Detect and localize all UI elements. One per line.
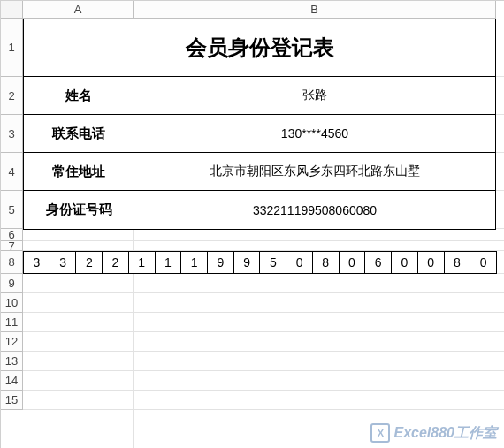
digit-cell[interactable]: 0 [340, 252, 366, 273]
gridline-row [23, 332, 504, 352]
row-header-9[interactable]: 9 [1, 274, 23, 293]
gridline-row [23, 293, 504, 313]
gridline-row [23, 274, 504, 293]
label-name: 姓名 [24, 77, 134, 114]
row-header-3[interactable]: 3 [1, 115, 23, 153]
digit-cell[interactable]: 1 [129, 252, 156, 273]
gridline-row [23, 241, 504, 251]
row-header-14[interactable]: 14 [1, 371, 23, 391]
digit-cell[interactable]: 2 [103, 252, 129, 273]
form-row-phone: 联系电话 130****4560 [24, 115, 495, 153]
value-address[interactable]: 北京市朝阳区东风乡东四环北路东山墅 [134, 153, 495, 190]
gridline-row [23, 371, 504, 391]
row-header-2[interactable]: 2 [1, 77, 23, 115]
column-header-A[interactable]: A [23, 1, 134, 19]
select-all-corner[interactable] [1, 1, 23, 19]
digit-cell[interactable]: 9 [234, 252, 261, 273]
member-form: 会员身份登记表 姓名 张路 联系电话 130****4560 常住地址 北京市朝… [23, 19, 496, 230]
digit-cell[interactable]: 3 [24, 252, 50, 273]
column-headers: A B [1, 1, 504, 19]
row-headers: 123456789101112131415 [1, 19, 23, 410]
column-header-B[interactable]: B [134, 1, 496, 19]
digit-cell[interactable]: 5 [260, 252, 286, 273]
row-header-1[interactable]: 1 [1, 19, 23, 77]
row-header-11[interactable]: 11 [1, 313, 23, 332]
gridline-row [23, 313, 504, 332]
digit-cell[interactable]: 1 [156, 252, 182, 273]
digit-cell[interactable]: 0 [418, 252, 445, 273]
row-header-13[interactable]: 13 [1, 352, 23, 371]
value-name[interactable]: 张路 [134, 77, 495, 114]
digit-cell[interactable]: 6 [365, 252, 392, 273]
gridline-row [23, 391, 504, 410]
value-id[interactable]: 332211199508060080 [134, 191, 495, 229]
digit-cell[interactable]: 1 [181, 252, 208, 273]
row-header-5[interactable]: 5 [1, 191, 23, 229]
digit-cell[interactable]: 0 [286, 252, 313, 273]
gridline-row [23, 229, 504, 241]
value-phone[interactable]: 130****4560 [134, 115, 495, 152]
label-address: 常住地址 [24, 153, 134, 190]
digit-cell[interactable]: 3 [50, 252, 77, 273]
row-header-12[interactable]: 12 [1, 332, 23, 352]
row-header-8[interactable]: 8 [1, 251, 23, 274]
form-row-address: 常住地址 北京市朝阳区东风乡东四环北路东山墅 [24, 153, 495, 191]
label-id: 身份证号码 [24, 191, 134, 229]
sheet-body: 123456789101112131415 会员身份登记表 姓名 张路 联系电话… [1, 19, 504, 448]
form-row-name: 姓名 张路 [24, 77, 495, 115]
digit-cell[interactable]: 0 [392, 252, 418, 273]
row-header-15[interactable]: 15 [1, 391, 23, 410]
form-title: 会员身份登记表 [24, 19, 495, 77]
digit-cell[interactable]: 9 [208, 252, 234, 273]
form-row-id: 身份证号码 332211199508060080 [24, 191, 495, 229]
row-header-4[interactable]: 4 [1, 153, 23, 191]
grid[interactable]: 会员身份登记表 姓名 张路 联系电话 130****4560 常住地址 北京市朝… [23, 19, 504, 448]
digit-cell[interactable]: 2 [76, 252, 103, 273]
spreadsheet: A B 123456789101112131415 会员身份登记表 姓名 张路 … [0, 0, 504, 448]
row-header-7[interactable]: 7 [1, 241, 23, 251]
digit-cell[interactable]: 8 [445, 252, 471, 273]
digit-cell[interactable]: 0 [470, 252, 496, 273]
id-digit-strip: 332211199508060080 [23, 251, 497, 274]
gridline-row [23, 352, 504, 371]
digit-cell[interactable]: 8 [313, 252, 340, 273]
label-phone: 联系电话 [24, 115, 134, 152]
row-header-10[interactable]: 10 [1, 293, 23, 313]
